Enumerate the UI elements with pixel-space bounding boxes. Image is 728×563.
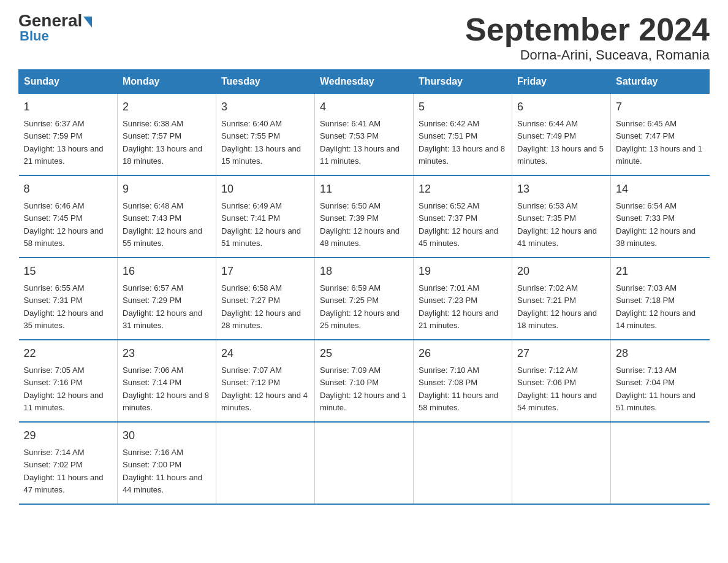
day-number: 17 (221, 263, 309, 280)
logo-general-text: General (18, 11, 82, 30)
day-number: 2 (123, 99, 211, 115)
title-block: September 2024 Dorna-Arini, Suceava, Rom… (465, 12, 710, 63)
day-number: 13 (517, 181, 605, 197)
day-number: 16 (123, 263, 211, 280)
calendar-cell: 21 Sunrise: 7:03 AMSunset: 7:18 PMDaylig… (611, 258, 710, 340)
day-info: Sunrise: 7:12 AMSunset: 7:06 PMDaylight:… (517, 366, 597, 412)
day-info: Sunrise: 7:02 AMSunset: 7:21 PMDaylight:… (517, 283, 597, 330)
calendar-cell: 15 Sunrise: 6:55 AMSunset: 7:31 PMDaylig… (19, 258, 118, 340)
day-info: Sunrise: 7:05 AMSunset: 7:16 PMDaylight:… (24, 366, 104, 412)
week-row-3: 15 Sunrise: 6:55 AMSunset: 7:31 PMDaylig… (19, 258, 710, 340)
calendar-cell (611, 422, 710, 504)
header-sunday: Sunday (19, 70, 118, 94)
day-number: 4 (320, 99, 408, 115)
calendar-cell: 6 Sunrise: 6:44 AMSunset: 7:49 PMDayligh… (512, 94, 611, 176)
day-info: Sunrise: 7:16 AMSunset: 7:00 PMDaylight:… (123, 448, 202, 494)
calendar-cell: 3 Sunrise: 6:40 AMSunset: 7:55 PMDayligh… (216, 94, 315, 176)
calendar-cell: 14 Sunrise: 6:54 AMSunset: 7:33 PMDaylig… (611, 175, 710, 258)
calendar-cell: 1 Sunrise: 6:37 AMSunset: 7:59 PMDayligh… (19, 94, 118, 176)
day-number: 7 (616, 99, 705, 115)
day-number: 6 (517, 99, 605, 115)
calendar-cell: 12 Sunrise: 6:52 AMSunset: 7:37 PMDaylig… (414, 175, 512, 258)
day-number: 25 (320, 345, 408, 362)
calendar-cell: 23 Sunrise: 7:06 AMSunset: 7:14 PMDaylig… (118, 340, 216, 422)
calendar-table: Sunday Monday Tuesday Wednesday Thursday… (18, 69, 710, 505)
day-number: 22 (24, 345, 113, 362)
calendar-cell: 7 Sunrise: 6:45 AMSunset: 7:47 PMDayligh… (611, 94, 710, 176)
day-info: Sunrise: 6:50 AMSunset: 7:39 PMDaylight:… (320, 201, 400, 248)
day-number: 12 (419, 181, 507, 197)
day-number: 5 (419, 99, 507, 115)
header-thursday: Thursday (414, 70, 512, 94)
day-number: 15 (24, 263, 113, 280)
calendar-cell: 19 Sunrise: 7:01 AMSunset: 7:23 PMDaylig… (414, 258, 512, 340)
day-info: Sunrise: 6:48 AMSunset: 7:43 PMDaylight:… (123, 201, 202, 248)
day-info: Sunrise: 7:07 AMSunset: 7:12 PMDaylight:… (221, 366, 308, 412)
calendar-title: September 2024 (465, 12, 710, 47)
day-info: Sunrise: 6:55 AMSunset: 7:31 PMDaylight:… (24, 283, 104, 330)
calendar-cell: 16 Sunrise: 6:57 AMSunset: 7:29 PMDaylig… (118, 258, 216, 340)
day-info: Sunrise: 6:42 AMSunset: 7:51 PMDaylight:… (419, 119, 505, 166)
calendar-subtitle: Dorna-Arini, Suceava, Romania (465, 47, 710, 63)
calendar-cell: 29 Sunrise: 7:14 AMSunset: 7:02 PMDaylig… (19, 422, 118, 504)
calendar-cell: 26 Sunrise: 7:10 AMSunset: 7:08 PMDaylig… (414, 340, 512, 422)
day-info: Sunrise: 6:53 AMSunset: 7:35 PMDaylight:… (517, 201, 597, 248)
calendar-cell: 22 Sunrise: 7:05 AMSunset: 7:16 PMDaylig… (19, 340, 118, 422)
day-info: Sunrise: 7:03 AMSunset: 7:18 PMDaylight:… (616, 283, 696, 330)
day-info: Sunrise: 6:46 AMSunset: 7:45 PMDaylight:… (24, 201, 104, 248)
calendar-cell (315, 422, 414, 504)
logo-blue-text: Blue (20, 28, 49, 44)
calendar-cell: 11 Sunrise: 6:50 AMSunset: 7:39 PMDaylig… (315, 175, 414, 258)
day-number: 19 (419, 263, 507, 280)
calendar-cell: 4 Sunrise: 6:41 AMSunset: 7:53 PMDayligh… (315, 94, 414, 176)
calendar-cell (216, 422, 315, 504)
day-info: Sunrise: 7:13 AMSunset: 7:04 PMDaylight:… (616, 366, 696, 412)
header-saturday: Saturday (611, 70, 710, 94)
day-number: 1 (24, 99, 113, 115)
week-row-5: 29 Sunrise: 7:14 AMSunset: 7:02 PMDaylig… (19, 422, 710, 504)
calendar-cell: 2 Sunrise: 6:38 AMSunset: 7:57 PMDayligh… (118, 94, 216, 176)
day-info: Sunrise: 6:52 AMSunset: 7:37 PMDaylight:… (419, 201, 498, 248)
day-info: Sunrise: 7:10 AMSunset: 7:08 PMDaylight:… (419, 366, 498, 412)
day-number: 10 (221, 181, 309, 197)
day-info: Sunrise: 6:49 AMSunset: 7:41 PMDaylight:… (221, 201, 301, 248)
day-info: Sunrise: 7:09 AMSunset: 7:10 PMDaylight:… (320, 366, 406, 412)
day-info: Sunrise: 7:14 AMSunset: 7:02 PMDaylight:… (24, 448, 104, 494)
calendar-cell: 20 Sunrise: 7:02 AMSunset: 7:21 PMDaylig… (512, 258, 611, 340)
calendar-cell: 27 Sunrise: 7:12 AMSunset: 7:06 PMDaylig… (512, 340, 611, 422)
calendar-cell: 25 Sunrise: 7:09 AMSunset: 7:10 PMDaylig… (315, 340, 414, 422)
day-info: Sunrise: 7:01 AMSunset: 7:23 PMDaylight:… (419, 283, 498, 330)
day-number: 23 (123, 345, 211, 362)
day-number: 11 (320, 181, 408, 197)
day-info: Sunrise: 6:45 AMSunset: 7:47 PMDaylight:… (616, 119, 702, 166)
calendar-cell (414, 422, 512, 504)
day-number: 21 (616, 263, 705, 280)
day-info: Sunrise: 6:37 AMSunset: 7:59 PMDaylight:… (24, 119, 104, 166)
calendar-cell: 10 Sunrise: 6:49 AMSunset: 7:41 PMDaylig… (216, 175, 315, 258)
calendar-cell: 24 Sunrise: 7:07 AMSunset: 7:12 PMDaylig… (216, 340, 315, 422)
day-number: 30 (123, 427, 211, 444)
day-info: Sunrise: 7:06 AMSunset: 7:14 PMDaylight:… (123, 366, 209, 412)
week-row-4: 22 Sunrise: 7:05 AMSunset: 7:16 PMDaylig… (19, 340, 710, 422)
day-number: 3 (221, 99, 309, 115)
calendar-cell: 9 Sunrise: 6:48 AMSunset: 7:43 PMDayligh… (118, 175, 216, 258)
days-of-week-row: Sunday Monday Tuesday Wednesday Thursday… (19, 70, 710, 94)
day-number: 18 (320, 263, 408, 280)
day-number: 29 (24, 427, 113, 444)
day-info: Sunrise: 6:57 AMSunset: 7:29 PMDaylight:… (123, 283, 202, 330)
day-number: 24 (221, 345, 309, 362)
day-info: Sunrise: 6:59 AMSunset: 7:25 PMDaylight:… (320, 283, 400, 330)
calendar-cell: 18 Sunrise: 6:59 AMSunset: 7:25 PMDaylig… (315, 258, 414, 340)
header-tuesday: Tuesday (216, 70, 315, 94)
calendar-cell: 28 Sunrise: 7:13 AMSunset: 7:04 PMDaylig… (611, 340, 710, 422)
day-number: 8 (24, 181, 113, 197)
header-wednesday: Wednesday (315, 70, 414, 94)
calendar-cell: 17 Sunrise: 6:58 AMSunset: 7:27 PMDaylig… (216, 258, 315, 340)
logo-arrow-icon (83, 17, 92, 28)
logo: General Blue (18, 12, 92, 44)
calendar-cell: 13 Sunrise: 6:53 AMSunset: 7:35 PMDaylig… (512, 175, 611, 258)
header-monday: Monday (118, 70, 216, 94)
day-number: 28 (616, 345, 705, 362)
day-info: Sunrise: 6:54 AMSunset: 7:33 PMDaylight:… (616, 201, 696, 248)
calendar-cell: 5 Sunrise: 6:42 AMSunset: 7:51 PMDayligh… (414, 94, 512, 176)
